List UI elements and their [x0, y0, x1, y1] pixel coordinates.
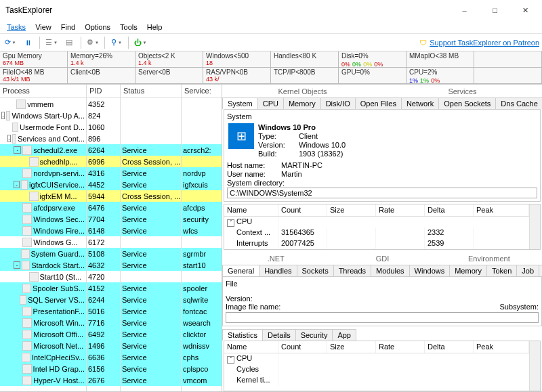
- process-row[interactable]: System Guard...: [0, 248, 86, 259]
- perf-cell[interactable]: Client<0B: [68, 68, 136, 84]
- process-row[interactable]: Service: [121, 259, 181, 271]
- process-row[interactable]: [182, 133, 222, 144]
- tree-toggle[interactable]: -: [14, 261, 20, 269]
- tab-modules[interactable]: Modules: [371, 265, 410, 276]
- process-row[interactable]: Service: [121, 305, 181, 317]
- tree-toggle[interactable]: -: [14, 181, 19, 188]
- process-row[interactable]: 896: [87, 133, 120, 144]
- process-row[interactable]: Service: [121, 179, 181, 190]
- process-row[interactable]: Start10 (St...: [0, 271, 86, 282]
- perf-cell[interactable]: Objects<2 K1.4 k: [136, 51, 203, 68]
- tab-memory[interactable]: Memory: [283, 97, 321, 109]
- tab-threads[interactable]: Threads: [333, 265, 371, 276]
- process-row[interactable]: sgrmbr: [182, 248, 222, 259]
- process-row[interactable]: [121, 271, 181, 282]
- bars-button[interactable]: ▤: [62, 35, 77, 50]
- process-row[interactable]: 4632: [87, 259, 120, 271]
- process-row[interactable]: 6148: [87, 225, 120, 236]
- process-row[interactable]: [182, 236, 222, 248]
- process-row[interactable]: 1060: [87, 121, 120, 133]
- process-row[interactable]: Service: [121, 363, 181, 374]
- process-row[interactable]: Service: [121, 317, 181, 328]
- process-row[interactable]: 6244: [87, 294, 120, 305]
- process-row[interactable]: 6636: [87, 351, 120, 363]
- menu-tools[interactable]: Tools: [116, 22, 142, 32]
- process-row[interactable]: afcdpsrv.exe: [0, 202, 86, 213]
- process-row[interactable]: -Stardock Start...: [0, 259, 86, 271]
- process-row[interactable]: 4316: [87, 167, 120, 179]
- process-row[interactable]: [121, 98, 181, 110]
- process-row[interactable]: acrsch2:: [182, 144, 222, 156]
- perf-cell[interactable]: Handles<80 K: [271, 51, 339, 68]
- tab-dnscache[interactable]: Dns Cache: [495, 97, 542, 109]
- tab-handles[interactable]: Handles: [259, 265, 297, 276]
- patreon-link[interactable]: Support TaskExplorer on Patreon: [430, 39, 539, 47]
- menu-find[interactable]: Find: [57, 22, 79, 32]
- image-file-field[interactable]: [226, 312, 539, 323]
- tab-service[interactable]: Service: [539, 265, 542, 276]
- process-row[interactable]: wdnissv: [182, 340, 222, 351]
- process-row[interactable]: 6476: [87, 202, 120, 213]
- process-row[interactable]: Windows Fire...: [0, 225, 86, 236]
- process-row[interactable]: [182, 271, 222, 282]
- tab-diskio[interactable]: Disk/IO: [320, 97, 356, 109]
- process-row[interactable]: Spooler SubS...: [0, 282, 86, 294]
- perf-cell[interactable]: MMapIO<38 MB: [406, 51, 474, 68]
- process-row[interactable]: security: [182, 213, 222, 225]
- process-row[interactable]: [182, 156, 222, 167]
- process-row[interactable]: Service: [121, 144, 181, 156]
- menu-options[interactable]: Options: [81, 22, 114, 32]
- process-row[interactable]: [182, 190, 222, 202]
- process-row[interactable]: igfxEM M...: [0, 190, 86, 202]
- tab-windows[interactable]: Windows: [409, 265, 451, 276]
- col-services[interactable]: Service:: [182, 85, 222, 98]
- process-row[interactable]: Service: [121, 202, 181, 213]
- process-row[interactable]: Service: [121, 213, 181, 225]
- perf-cell[interactable]: CPU=2%1% 1% 0%: [406, 68, 474, 84]
- tree-toggle[interactable]: -: [1, 112, 5, 119]
- process-row[interactable]: [182, 110, 222, 121]
- process-row[interactable]: igfxcuis: [182, 179, 222, 190]
- process-row[interactable]: vmcom: [182, 374, 222, 386]
- col-status[interactable]: Status: [121, 85, 181, 98]
- perf-cell[interactable]: [474, 68, 542, 84]
- minimize-button[interactable]: –: [449, 0, 480, 20]
- close-button[interactable]: ✕: [510, 0, 541, 20]
- process-row[interactable]: -igfxCUIService...: [0, 179, 86, 190]
- process-row[interactable]: 1496: [87, 340, 120, 351]
- process-row[interactable]: -Services and Cont...: [0, 133, 86, 144]
- process-row[interactable]: 6492: [87, 328, 120, 340]
- process-row[interactable]: vmmem: [0, 98, 86, 110]
- process-row[interactable]: 4152: [87, 282, 120, 294]
- tab-security[interactable]: Security: [295, 329, 333, 341]
- perf-cell[interactable]: Server<0B: [136, 68, 203, 84]
- process-row[interactable]: afcdps: [182, 202, 222, 213]
- pause-button[interactable]: ⏸: [20, 35, 35, 50]
- process-row[interactable]: start10: [182, 259, 222, 271]
- process-row[interactable]: Hyper-V Host...: [0, 374, 86, 386]
- perf-cell[interactable]: Gpu Memory674 MB: [0, 51, 68, 68]
- perf-cell[interactable]: Windows<50018: [203, 51, 271, 68]
- maximize-button[interactable]: □: [480, 0, 510, 20]
- process-row[interactable]: PresentationF...: [0, 305, 86, 317]
- process-row[interactable]: cphs: [182, 351, 222, 363]
- perf-cell[interactable]: RAS/VPN<0B43 k/: [203, 68, 271, 84]
- process-row[interactable]: [121, 121, 181, 133]
- perf-cell[interactable]: [474, 51, 542, 68]
- tree-toggle[interactable]: -: [14, 146, 21, 154]
- gear-button[interactable]: ⚙▼: [85, 35, 100, 50]
- process-row[interactable]: 7704: [87, 213, 120, 225]
- process-row[interactable]: 824: [87, 110, 120, 121]
- process-row[interactable]: [121, 133, 181, 144]
- process-row[interactable]: 5016: [87, 305, 120, 317]
- process-row[interactable]: Service: [121, 225, 181, 236]
- perf-cell[interactable]: FileIO<48 MB43 k/1 MB: [0, 68, 68, 84]
- menu-tasks[interactable]: Tasks: [3, 22, 30, 32]
- tab-opensockets[interactable]: Open Sockets: [438, 97, 496, 109]
- tab-statistics[interactable]: Statistics: [222, 329, 263, 341]
- power-button[interactable]: ⏻▼: [133, 35, 148, 50]
- process-row[interactable]: Service: [121, 282, 181, 294]
- system-directory-field[interactable]: [227, 188, 537, 198]
- process-row[interactable]: [182, 98, 222, 110]
- tree-toggle[interactable]: -: [7, 135, 11, 142]
